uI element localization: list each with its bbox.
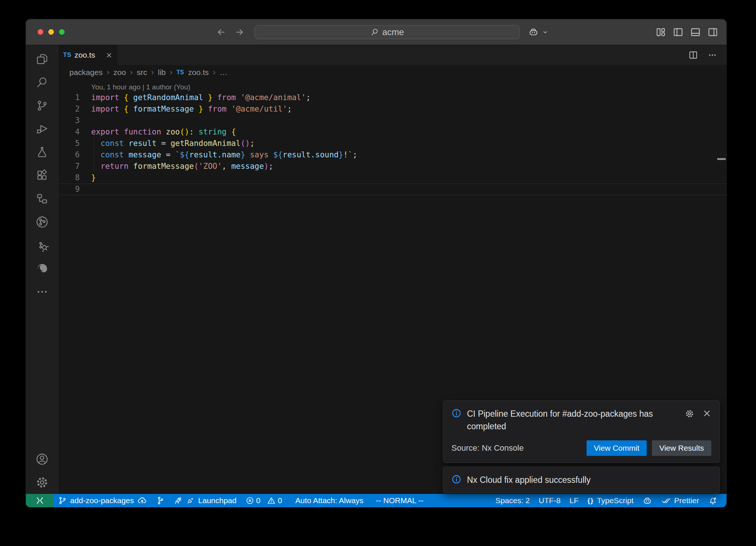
- nx-console-icon[interactable]: [26, 210, 58, 233]
- eol-status[interactable]: LF: [565, 496, 583, 505]
- remote-indicator[interactable]: [26, 494, 54, 507]
- encoding-label: UTF-8: [539, 496, 561, 505]
- nx-cloud-icon[interactable]: [26, 233, 58, 257]
- code-line[interactable]: 3: [58, 115, 726, 126]
- notification-center: CI Pipeline Execution for #add-zoo-packa…: [443, 400, 720, 494]
- code-line[interactable]: 4export function zoo(): string {: [58, 126, 726, 138]
- status-bar: add-zoo-packages Launchpad 0: [26, 494, 726, 507]
- close-tab-icon[interactable]: [106, 52, 112, 58]
- code-line[interactable]: 1import { getRandomAnimal } from '@acme/…: [58, 92, 726, 103]
- notification-close-icon[interactable]: [702, 409, 711, 419]
- code-line[interactable]: 6 const message = `${result.name} says $…: [58, 149, 726, 161]
- notification-message: CI Pipeline Execution for #add-zoo-packa…: [467, 407, 679, 433]
- git-graph-icon: [156, 496, 165, 505]
- copilot-status[interactable]: [638, 496, 657, 506]
- toggle-primary-sidebar-icon[interactable]: [673, 27, 684, 38]
- encoding-status[interactable]: UTF-8: [534, 496, 565, 505]
- title-bar: acme: [26, 19, 726, 45]
- view-results-button[interactable]: View Results: [652, 440, 711, 456]
- code-line[interactable]: 9: [58, 184, 726, 195]
- breadcrumb-item-symbol[interactable]: …: [220, 68, 227, 77]
- git-branch-status[interactable]: add-zoo-packages: [54, 496, 151, 505]
- line-content: import { getRandomAnimal } from '@acme/a…: [91, 92, 310, 103]
- notifications-bell[interactable]: [704, 496, 722, 505]
- git-branch-label: add-zoo-packages: [70, 496, 134, 505]
- toggle-secondary-sidebar-icon[interactable]: [707, 27, 718, 38]
- back-arrow-icon[interactable]: [216, 27, 226, 37]
- git-blame-annotation: You, 1 hour ago | 1 author (You): [58, 82, 726, 92]
- vim-mode-label: -- NORMAL --: [376, 496, 424, 505]
- indentation-label: Spaces: 2: [495, 496, 530, 505]
- forward-arrow-icon[interactable]: [234, 27, 245, 37]
- tab-bar: TS zoo.ts: [58, 45, 726, 65]
- eol-label: LF: [570, 496, 579, 505]
- code-line[interactable]: 2import { formatMessage } from '@acme/ut…: [58, 103, 726, 115]
- line-content: return formatMessage('ZOO', message);: [91, 161, 273, 172]
- notification-message: Nx Cloud fix applied successfully: [467, 474, 591, 487]
- problems-status[interactable]: 0 0: [241, 496, 286, 505]
- line-number: 2: [58, 103, 80, 115]
- braces-icon: {}: [587, 496, 594, 505]
- more-actions-icon[interactable]: [707, 50, 718, 60]
- formatter-status[interactable]: Prettier: [657, 496, 704, 505]
- extensions-icon[interactable]: [26, 164, 58, 187]
- overview-ruler-mark: [717, 158, 726, 160]
- vim-mode-status[interactable]: -- NORMAL --: [372, 496, 428, 505]
- auto-attach-label: Auto Attach: Always: [295, 496, 363, 505]
- launchpad-status[interactable]: Launchpad: [169, 496, 241, 505]
- line-number: 7: [58, 161, 80, 172]
- explorer-icon[interactable]: [26, 47, 58, 71]
- edge-browser-icon[interactable]: [26, 257, 58, 280]
- typescript-file-icon: TS: [63, 51, 71, 59]
- close-window-button[interactable]: [38, 29, 43, 35]
- chevron-down-icon[interactable]: [542, 29, 549, 35]
- command-center-search[interactable]: acme: [254, 25, 520, 39]
- notification-toast-nx-cloud-fix: Nx Cloud fix applied successfully: [443, 467, 720, 494]
- breadcrumb-item-lib[interactable]: lib: [158, 68, 166, 77]
- line-content: const message = `${result.name} says ${r…: [91, 149, 357, 161]
- auto-attach-status[interactable]: Auto Attach: Always: [291, 496, 368, 505]
- testing-icon[interactable]: [26, 140, 58, 164]
- code-lines: 1import { getRandomAnimal } from '@acme/…: [58, 92, 726, 195]
- double-check-icon: [661, 496, 671, 505]
- minimize-window-button[interactable]: [48, 29, 54, 35]
- line-content: import { formatMessage } from '@acme/uti…: [91, 103, 292, 115]
- run-debug-icon[interactable]: [26, 117, 58, 140]
- copilot-icon[interactable]: [528, 27, 539, 38]
- line-content: const result = getRandomAnimal();: [91, 138, 255, 149]
- notification-settings-gear-icon[interactable]: [685, 409, 694, 419]
- breadcrumb-item-packages[interactable]: packages: [69, 68, 103, 77]
- code-line[interactable]: 5 const result = getRandomAnimal();: [58, 138, 726, 149]
- breadcrumb-item-zoo[interactable]: zoo: [113, 68, 126, 77]
- copilot-icon: [642, 496, 652, 506]
- zoom-window-button[interactable]: [59, 29, 65, 35]
- view-commit-button[interactable]: View Commit: [587, 440, 647, 456]
- code-line[interactable]: 8}: [58, 172, 726, 184]
- toggle-panel-icon[interactable]: [690, 27, 701, 38]
- tab-zoo-ts[interactable]: TS zoo.ts: [58, 45, 117, 65]
- window-controls: [26, 29, 85, 35]
- language-mode-status[interactable]: {} TypeScript: [583, 496, 638, 505]
- rocket-icon: [173, 496, 183, 505]
- breadcrumb-separator: ›: [151, 68, 154, 77]
- notification-source: Source: Nx Console: [451, 443, 524, 453]
- breadcrumb-separator: ›: [170, 68, 172, 77]
- activity-bar: [26, 45, 58, 494]
- errors-count: 0: [256, 496, 261, 505]
- settings-gear-icon[interactable]: [26, 471, 58, 494]
- split-editor-icon[interactable]: [688, 50, 698, 60]
- indentation-status[interactable]: Spaces: 2: [491, 496, 534, 505]
- source-control-icon[interactable]: [26, 94, 58, 117]
- breadcrumb-item-src[interactable]: src: [137, 68, 147, 77]
- more-views-icon[interactable]: [26, 280, 58, 303]
- git-graph-status[interactable]: [151, 496, 169, 505]
- code-line[interactable]: 7 return formatMessage('ZOO', message);: [58, 161, 726, 172]
- customize-layout-icon[interactable]: [655, 27, 666, 38]
- notification-toast-ci-pipeline: CI Pipeline Execution for #add-zoo-packa…: [443, 400, 720, 463]
- search-sidebar-icon[interactable]: [26, 71, 58, 94]
- account-icon[interactable]: [26, 447, 58, 471]
- project-structure-icon[interactable]: [26, 187, 58, 210]
- plug-icon: [186, 496, 195, 505]
- line-number: 3: [58, 115, 80, 126]
- breadcrumb-item-zoo-ts[interactable]: zoo.ts: [188, 68, 209, 77]
